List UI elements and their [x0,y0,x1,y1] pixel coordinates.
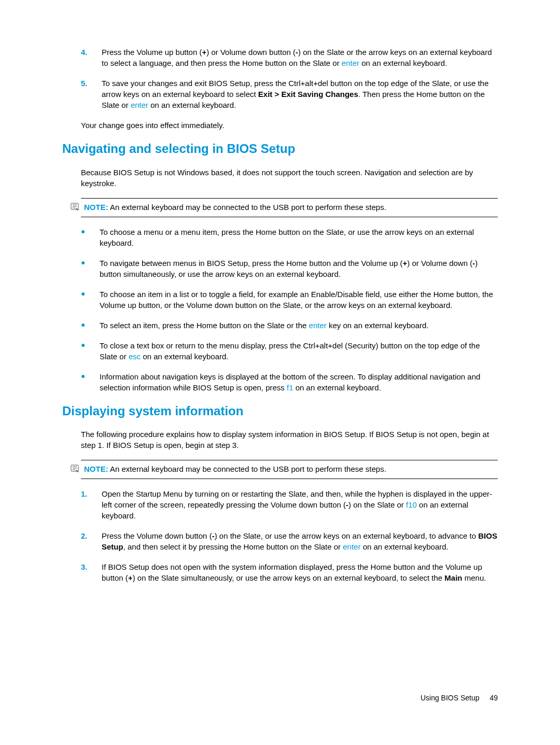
ol-item-text: If BIOS Setup does not open with the sys… [102,561,498,583]
paragraph: The following procedure explains how to … [81,429,498,451]
ol-number: 1. [81,488,89,521]
paragraph: Your change goes into effect immediately… [81,120,498,131]
ol-item-1: 1. Open the Startup Menu by turning on o… [81,488,498,521]
ol-number: 2. [81,530,89,552]
note-text: An external keyboard may be connected to… [110,465,386,473]
ol-number: 4. [81,47,89,68]
ol-number: 5. [81,78,89,110]
bullet-icon: ● [81,320,87,331]
list-item-text: Information about navigation keys is dis… [100,371,498,393]
note-content: NOTE: An external keyboard may be connec… [84,202,386,213]
list-item-text: To close a text box or return to the men… [100,340,498,362]
page-footer: Using BIOS Setup 49 [421,693,498,704]
paragraph: Because BIOS Setup is not Windows based,… [81,167,498,189]
list-item-text: To navigate between menus in BIOS Setup,… [100,258,498,279]
f1-key: f1 [287,383,293,392]
esc-key: esc [129,352,141,361]
bullet-icon: ● [81,258,87,279]
list-item: ● To navigate between menus in BIOS Setu… [81,258,498,279]
ol-item-text: Press the Volume up button (+) or Volume… [102,47,498,68]
bullet-icon: ● [81,371,87,393]
bullet-icon: ● [81,289,87,311]
ol-item-text: Open the Startup Menu by turning on or r… [102,488,498,521]
ol-item-3: 3. If BIOS Setup does not open with the … [81,561,498,583]
note-box: NOTE: An external keyboard may be connec… [81,198,498,217]
enter-key: enter [131,101,148,109]
bullet-list: ● To choose a menu or a menu item, press… [62,227,498,393]
page-number: 49 [489,694,498,702]
ordered-list-top: 4. Press the Volume up button (+) or Vol… [62,47,498,110]
list-item: ● To select an item, press the Home butt… [81,320,498,331]
section-heading-navigating: Navigating and selecting in BIOS Setup [62,140,498,158]
ol-item-2: 2. Press the Volume down button (-) on t… [81,530,498,552]
bullet-icon: ● [81,340,87,362]
f10-key: f10 [406,500,417,509]
note-box: NOTE: An external keyboard may be connec… [81,460,498,479]
section-heading-displaying: Displaying system information [62,402,498,420]
enter-key: enter [343,542,360,551]
footer-text: Using BIOS Setup [421,694,480,702]
enter-key: enter [342,59,359,67]
list-item-text: To choose an item in a list or to toggle… [100,289,498,311]
note-text: An external keyboard may be connected to… [110,203,386,212]
enter-key: enter [309,321,327,330]
note-label: NOTE: [84,203,108,212]
list-item-text: To choose a menu or a menu item, press t… [100,227,498,248]
note-label: NOTE: [84,465,108,473]
ol-number: 3. [81,561,89,583]
list-item-text: To select an item, press the Home button… [100,320,429,331]
ol-item-5: 5. To save your changes and exit BIOS Se… [81,78,498,110]
ordered-list-section2: 1. Open the Startup Menu by turning on o… [62,488,498,583]
list-item: ● To choose a menu or a menu item, press… [81,227,498,248]
list-item: ● To choose an item in a list or to togg… [81,289,498,311]
note-icon [71,465,80,475]
ol-item-4: 4. Press the Volume up button (+) or Vol… [81,47,498,68]
note-content: NOTE: An external keyboard may be connec… [84,463,386,474]
list-item: ● To close a text box or return to the m… [81,340,498,362]
bullet-icon: ● [81,227,87,248]
ol-item-text: To save your changes and exit BIOS Setup… [102,78,498,110]
note-icon [71,203,80,214]
list-item: ● Information about navigation keys is d… [81,371,498,393]
ol-item-text: Press the Volume down button (-) on the … [102,530,498,552]
